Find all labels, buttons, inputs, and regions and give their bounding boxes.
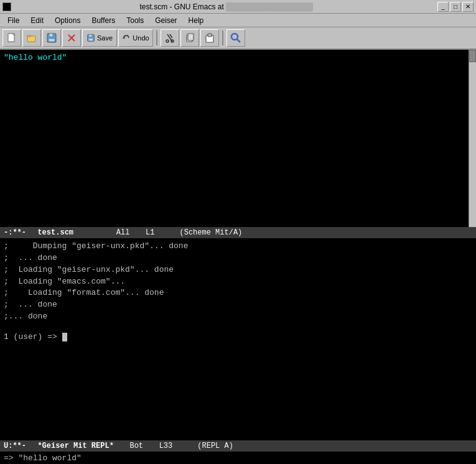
app-icon — [2, 2, 11, 11]
menu-options[interactable]: Options — [50, 15, 85, 26]
repl-prompt-line: 1 (user) => — [4, 332, 472, 343]
undo-button[interactable]: Undo — [118, 29, 153, 47]
mode-line-buffer-1: test.scm — [37, 228, 73, 237]
svg-rect-10 — [88, 39, 93, 41]
mode-line-status-1: -:**- — [4, 228, 26, 237]
svg-rect-17 — [188, 34, 194, 40]
mode-line-mode-2: (REPL A) — [197, 442, 233, 450]
mode-line-bot: Bot — [129, 442, 143, 450]
svg-rect-9 — [89, 35, 92, 37]
repl-line-4: ; Loading "emacs.com"... — [4, 276, 472, 288]
save-button-icon[interactable] — [42, 29, 61, 47]
svg-rect-4 — [49, 34, 53, 37]
undo-label: Undo — [133, 34, 149, 42]
echo-text: => "hello world" — [4, 453, 82, 463]
menu-edit[interactable]: Edit — [26, 15, 49, 26]
svg-point-20 — [231, 34, 238, 40]
mode-line-status-2: U:**- — [4, 442, 26, 450]
editor-scrollbar[interactable] — [469, 50, 476, 227]
search-button[interactable] — [226, 29, 245, 47]
menu-tools[interactable]: Tools — [121, 15, 149, 26]
code-pane[interactable]: "hello world" — [0, 50, 476, 227]
scrollbar-thumb[interactable] — [469, 50, 476, 62]
menu-bar: File Edit Options Buffers Tools Geiser H… — [0, 14, 476, 27]
repl-pane[interactable]: ; Dumping "geiser-unx.pkd"... done ; ...… — [0, 238, 476, 440]
close-buffer-button[interactable] — [62, 29, 81, 47]
svg-marker-11 — [123, 37, 126, 39]
minimize-button[interactable]: _ — [437, 2, 449, 12]
svg-rect-5 — [49, 39, 55, 42]
code-line-1: "hello world" — [4, 52, 472, 63]
menu-help[interactable]: Help — [184, 15, 209, 26]
repl-line-1: ; Dumping "geiser-unx.pkd"... done — [4, 241, 472, 253]
menu-geiser[interactable]: Geiser — [150, 15, 182, 26]
mode-line-2: U:**- *Geiser Mit REPL* Bot L33 (REPL A) — [0, 440, 476, 452]
toolbar: Save Undo — [0, 27, 476, 50]
mode-line-buffer-2: *Geiser Mit REPL* — [37, 442, 113, 450]
svg-line-21 — [237, 39, 240, 42]
close-button[interactable]: ✕ — [462, 2, 474, 12]
maximize-button[interactable]: □ — [450, 2, 461, 12]
repl-line-5: ; Loading "format.com"... done — [4, 287, 472, 299]
new-file-button[interactable] — [2, 29, 21, 47]
echo-area: => "hello world" — [0, 452, 476, 464]
svg-rect-2 — [27, 35, 30, 37]
svg-rect-19 — [208, 34, 212, 37]
menu-buffers[interactable]: Buffers — [86, 15, 120, 26]
open-file-button[interactable] — [22, 29, 41, 47]
repl-line-6: ; ... done — [4, 299, 472, 311]
mode-line-mode-1: (Scheme Mit/A) — [179, 228, 242, 237]
cut-button[interactable] — [161, 29, 179, 47]
editor-area: "hello world" -:**- test.scm All L1 (Sch… — [0, 50, 476, 440]
window-controls[interactable]: _ □ ✕ — [437, 2, 474, 12]
save-label-button[interactable]: Save — [82, 29, 117, 47]
copy-button[interactable] — [180, 29, 199, 47]
repl-line-3: ; Loading "geiser-unx.pkd"... done — [4, 264, 472, 276]
repl-cursor — [62, 333, 67, 341]
save-label-text: Save — [97, 34, 113, 42]
mode-line-1: -:**- test.scm All L1 (Scheme Mit/A) — [0, 227, 476, 238]
mode-line-all: All — [116, 228, 130, 237]
repl-line-2: ; ... done — [4, 253, 472, 264]
toolbar-separator-1 — [156, 30, 157, 45]
mode-line-line-2: L33 — [159, 442, 173, 450]
mode-line-line-1: L1 — [146, 228, 154, 237]
toolbar-separator-2 — [222, 30, 223, 45]
svg-point-14 — [166, 40, 169, 42]
window-title: test.scm - GNU Emacs at ████████ ███████… — [15, 2, 437, 11]
title-bar: test.scm - GNU Emacs at ████████ ███████… — [0, 0, 476, 14]
paste-button[interactable] — [200, 29, 219, 47]
menu-file[interactable]: File — [2, 15, 24, 26]
svg-line-13 — [170, 34, 172, 38]
repl-line-7: ;... done — [4, 311, 472, 323]
